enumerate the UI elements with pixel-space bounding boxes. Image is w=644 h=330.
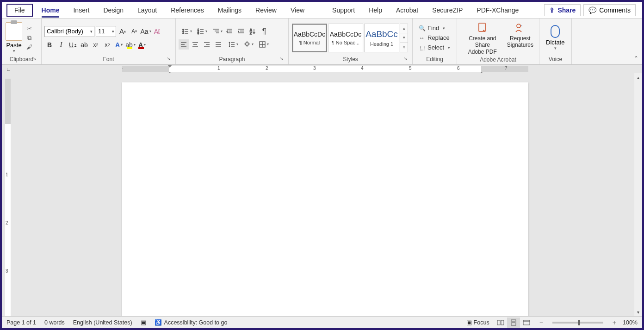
grow-font-button[interactable]: A▴ (118, 26, 128, 37)
select-button[interactable]: ⬚Select (417, 44, 451, 52)
shrink-font-button[interactable]: A▾ (129, 26, 139, 37)
zoom-in-button[interactable]: + (611, 319, 618, 326)
font-size-select[interactable]: 11 (96, 26, 116, 37)
scroll-up-icon[interactable]: ▴ (634, 73, 642, 81)
font-name-select[interactable]: Calibri (Body) (44, 26, 94, 37)
tab-home[interactable]: Home (35, 2, 67, 19)
page-count[interactable]: Page 1 of 1 (6, 319, 36, 326)
bold-button[interactable]: B (44, 40, 55, 50)
scroll-down-icon[interactable]: ▾ (634, 308, 642, 316)
language-status[interactable]: English (United States) (73, 319, 132, 326)
adobe-create-l2: Adobe PDF (468, 49, 497, 55)
signature-icon: x (514, 21, 526, 34)
sort-button[interactable]: AZ (248, 26, 258, 37)
cut-icon[interactable]: ✂ (25, 25, 33, 33)
collapse-ribbon-icon[interactable]: ⌃ (634, 55, 638, 62)
comments-button[interactable]: 💬 Comments (583, 4, 636, 16)
increase-indent-button[interactable] (236, 26, 246, 37)
share-button[interactable]: ⇪ Share (544, 4, 581, 16)
read-mode-icon[interactable] (494, 318, 507, 328)
document-canvas[interactable] (15, 73, 625, 316)
styles-launcher-icon[interactable]: ↘ (402, 56, 409, 62)
style-nospacing[interactable]: AaBbCcDc ¶ No Spac... (328, 24, 363, 52)
tab-securezip[interactable]: SecureZIP (425, 2, 470, 19)
strikethrough-button[interactable]: ab (79, 40, 89, 50)
clipboard-launcher-icon[interactable]: ↘ (31, 56, 37, 62)
tab-mailings[interactable]: Mailings (211, 2, 248, 19)
clear-formatting-button[interactable]: A⃠ (152, 26, 162, 37)
paragraph-launcher-icon[interactable]: ↘ (278, 56, 285, 62)
vertical-ruler[interactable]: 1 2 3 (2, 73, 15, 316)
tab-view[interactable]: View (284, 2, 311, 19)
dictate-button[interactable]: Dictate ▾ (542, 24, 568, 51)
numbering-button[interactable]: 123 (194, 26, 208, 37)
ruler-num-1: 1 (217, 66, 220, 71)
shading-button[interactable] (240, 39, 254, 50)
change-case-button[interactable]: Aa (141, 26, 151, 37)
styles-expand-icon[interactable]: ▿ (400, 43, 408, 51)
vertical-scrollbar[interactable]: ▴ ▾ (634, 73, 642, 316)
ruler-num-3: 3 (313, 66, 316, 71)
align-left-button[interactable] (179, 39, 189, 50)
font-group-label: Font (103, 56, 114, 62)
svg-text:A: A (250, 28, 252, 31)
web-layout-icon[interactable] (520, 318, 533, 328)
print-layout-icon[interactable] (507, 318, 520, 328)
tab-insert[interactable]: Insert (66, 2, 96, 19)
tab-help[interactable]: Help (362, 2, 389, 19)
font-size-value: 11 (98, 28, 105, 35)
tab-references[interactable]: References (164, 2, 211, 19)
line-spacing-button[interactable] (225, 39, 239, 50)
tab-support[interactable]: Support (325, 2, 362, 19)
replace-button[interactable]: ↔Replace (417, 34, 451, 42)
focus-mode-button[interactable]: ▣ Focus (466, 319, 489, 326)
tab-design[interactable]: Design (96, 2, 130, 19)
zoom-slider-thumb[interactable] (578, 320, 580, 325)
create-share-pdf-button[interactable]: Create and Share Adobe PDF (463, 21, 502, 55)
request-signatures-button[interactable]: x Request Signatures (507, 21, 533, 55)
style-normal[interactable]: AaBbCcDc ¶ Normal (292, 24, 327, 52)
find-button[interactable]: 🔍Find (417, 24, 451, 32)
subscript-button[interactable]: x2 (91, 40, 101, 50)
zoom-out-button[interactable]: − (538, 319, 545, 326)
paste-button[interactable]: Paste (6, 42, 21, 49)
zoom-slider[interactable] (552, 322, 603, 324)
tab-layout[interactable]: Layout (130, 2, 164, 19)
italic-button[interactable]: I (56, 40, 66, 50)
macro-recording-icon[interactable]: ▣ (141, 319, 146, 326)
format-painter-icon[interactable]: 🖌 (25, 43, 33, 51)
paragraph-group-label: Paragraph (219, 56, 245, 62)
align-center-button[interactable] (190, 39, 200, 50)
word-count[interactable]: 0 words (44, 319, 65, 326)
font-color-button[interactable]: A (137, 40, 147, 50)
style-heading1[interactable]: AaBbCc Heading 1 (364, 24, 399, 52)
borders-button[interactable] (255, 39, 269, 50)
tab-file[interactable]: File (6, 4, 33, 17)
multilevel-list-button[interactable] (209, 26, 223, 37)
focus-icon: ▣ (466, 319, 472, 326)
microphone-icon (551, 25, 560, 38)
decrease-indent-button[interactable] (224, 26, 235, 37)
justify-button[interactable] (213, 39, 223, 50)
styles-scroll-down-icon[interactable]: ▾ (400, 33, 408, 43)
tab-pdfxchange[interactable]: PDF-XChange (470, 2, 526, 19)
copy-icon[interactable]: ⧉ (25, 34, 33, 42)
superscript-button[interactable]: x2 (102, 40, 112, 50)
font-launcher-icon[interactable]: ↘ (165, 56, 172, 62)
zoom-level[interactable]: 100% (623, 319, 638, 326)
tab-review[interactable]: Review (248, 2, 284, 19)
show-paragraph-marks-button[interactable]: ¶ (259, 26, 269, 37)
text-effects-button[interactable]: A (114, 40, 124, 50)
tab-acrobat[interactable]: Acrobat (389, 2, 425, 19)
horizontal-ruler[interactable]: · 1 2 3 4 5 6 7 (15, 65, 634, 73)
align-right-button[interactable] (202, 39, 212, 50)
first-line-indent-icon[interactable] (167, 65, 172, 68)
bullets-button[interactable] (179, 26, 192, 37)
underline-button[interactable]: U (68, 40, 78, 50)
highlight-color-button[interactable]: ab (125, 40, 136, 50)
paste-icon[interactable] (6, 22, 22, 41)
accessibility-status[interactable]: ♿ Accessibility: Good to go (155, 319, 228, 326)
ruler-corner-icon[interactable]: ∟ (2, 65, 15, 73)
document-page[interactable] (122, 82, 528, 316)
styles-scroll-up-icon[interactable]: ▴ (400, 24, 408, 33)
